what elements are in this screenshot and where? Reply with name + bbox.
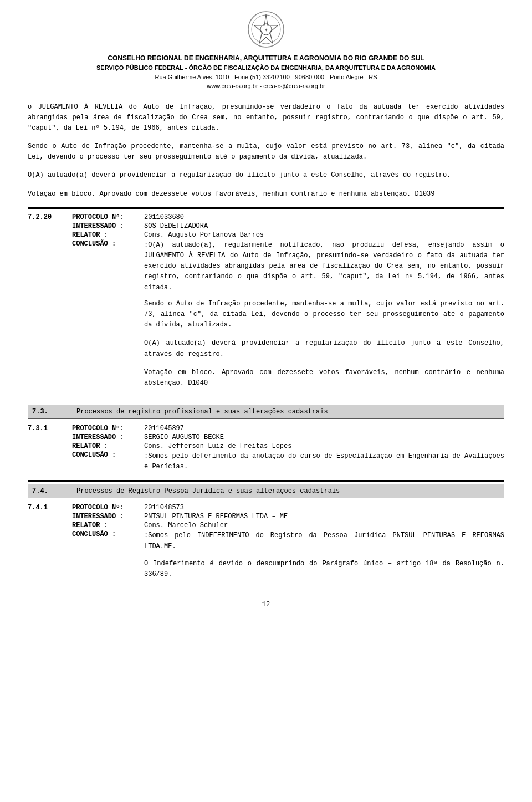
section-7-4-1-number: 7.4.1 bbox=[28, 504, 72, 512]
relator-row-741: RELATOR : Cons. Marcelo Schuler bbox=[72, 522, 504, 529]
main-content: o JULGAMENTO À REVELIA do Auto de Infraç… bbox=[0, 96, 532, 631]
section-7-3-number: 7.3. bbox=[32, 408, 76, 416]
section-741-para2: O Indeferimento é devido o descumprindo … bbox=[72, 559, 504, 580]
intro-para3: O(A) autuado(a) deverá providenciar a re… bbox=[28, 170, 504, 181]
protocol-row-741: PROTOCOLO Nº: 2011048573 bbox=[72, 504, 504, 512]
relator-value-731: Cons. Jefferson Luiz de Freitas Lopes bbox=[144, 442, 504, 450]
page-header: ✦ CONSELHO REGIONAL DE ENGENHARIA, ARQUI… bbox=[0, 0, 532, 96]
interessado-value-731: SERGIO AUGUSTO BECKE bbox=[144, 433, 504, 441]
svg-text:✦: ✦ bbox=[264, 28, 268, 33]
section-7-3-header: 7.3. Processos de registro profissional … bbox=[28, 405, 504, 419]
conclusao-text-7220: :O(A) autuado(a), regularmente notificad… bbox=[144, 240, 504, 293]
interessado-row-741: INTERESSADO : PNTSUL PINTURAS E REFORMAS… bbox=[72, 513, 504, 520]
section-7-4-row: 7.4. Processos de Registro Pessoa Jurídi… bbox=[32, 487, 500, 495]
section-7-3-1-number: 7.3.1 bbox=[28, 425, 72, 432]
conclusao-row-7220: CONCLUSÃO : :O(A) autuado(a), regularmen… bbox=[72, 240, 504, 293]
intro-para1: o JULGAMENTO À REVELIA do Auto de Infraç… bbox=[28, 102, 504, 134]
page: ✦ CONSELHO REGIONAL DE ENGENHARIA, ARQUI… bbox=[0, 0, 532, 802]
protocol-value-7220: 2011033680 bbox=[144, 213, 504, 221]
relator-label-731: RELATOR : bbox=[72, 442, 144, 450]
protocol-row-731: PROTOCOLO Nº: 2011045897 bbox=[72, 425, 504, 432]
conclusao-label-741: CONCLUSÃO : bbox=[72, 530, 144, 538]
interessado-label: INTERESSADO : bbox=[72, 222, 144, 230]
double-divider-3 bbox=[28, 480, 504, 482]
relator-label: RELATOR : bbox=[72, 231, 144, 239]
protocol-value-731: 2011045897 bbox=[144, 425, 504, 432]
section-7220-para2: Sendo o Auto de Infração procedente, man… bbox=[72, 299, 504, 331]
page-number: 12 bbox=[28, 601, 504, 620]
conclusao-label-731: CONCLUSÃO : bbox=[72, 451, 144, 459]
section-7-3-1: 7.3.1 PROTOCOLO Nº: 2011045897 INTERESSA… bbox=[28, 422, 504, 476]
org-address: Rua Guilherme Alves, 1010 - Fone (51) 33… bbox=[22, 73, 510, 82]
interessado-value-7220: SOS DEDETIZADORA bbox=[144, 222, 504, 230]
section-7-4-1-content: PROTOCOLO Nº: 2011048573 INTERESSADO : P… bbox=[72, 504, 504, 588]
section-7-4-title: Processos de Registro Pessoa Jurídica e … bbox=[76, 487, 500, 495]
section-7-2-20-content: PROTOCOLO Nº: 2011033680 INTERESSADO : S… bbox=[72, 213, 504, 396]
conclusao-row-731: CONCLUSÃO : :Somos pelo deferimento da a… bbox=[72, 451, 504, 472]
interessado-row-7220: INTERESSADO : SOS DEDETIZADORA bbox=[72, 222, 504, 230]
relator-row-731: RELATOR : Cons. Jefferson Luiz de Freita… bbox=[72, 442, 504, 450]
section-7-3-1-content: PROTOCOLO Nº: 2011045897 INTERESSADO : S… bbox=[72, 425, 504, 473]
org-main-title: CONSELHO REGIONAL DE ENGENHARIA, ARQUITE… bbox=[22, 53, 510, 63]
protocol-label: PROTOCOLO Nº: bbox=[72, 213, 144, 221]
section-7220-para3: O(A) autuado(a) deverá providenciar a re… bbox=[72, 338, 504, 359]
protocol-label-731: PROTOCOLO Nº: bbox=[72, 425, 144, 432]
section-7-2-20-number: 7.2.20 bbox=[28, 213, 72, 221]
section-7-4-header: 7.4. Processos de Registro Pessoa Jurídi… bbox=[28, 484, 504, 498]
conclusao-row-741: CONCLUSÃO : :Somos pelo INDEFERIMENTO do… bbox=[72, 530, 504, 551]
protocol-value-741: 2011048573 bbox=[144, 504, 504, 512]
protocol-row-7220: PROTOCOLO Nº: 2011033680 bbox=[72, 213, 504, 221]
section-7-4-1: 7.4.1 PROTOCOLO Nº: 2011048573 INTERESSA… bbox=[28, 502, 504, 590]
intro-para2: Sendo o Auto de Infração procedente, man… bbox=[28, 141, 504, 162]
conclusao-text-741: :Somos pelo INDEFERIMENTO do Registro da… bbox=[144, 530, 504, 551]
interessado-label-731: INTERESSADO : bbox=[72, 433, 144, 441]
interessado-label-741: INTERESSADO : bbox=[72, 513, 144, 520]
section-7-3-title: Processos de registro profissional e sua… bbox=[76, 408, 500, 416]
section-7-2-20: 7.2.20 PROTOCOLO Nº: 2011033680 INTERESS… bbox=[28, 211, 504, 399]
relator-value-741: Cons. Marcelo Schuler bbox=[144, 522, 504, 529]
org-subtitle: SERVIÇO PÚBLICO FEDERAL - ÓRGÃO DE FISCA… bbox=[22, 63, 510, 73]
intro-para4: Votação em bloco. Aprovado com dezessete… bbox=[28, 189, 504, 200]
relator-value-7220: Cons. Augusto Portanova Barros bbox=[144, 231, 504, 239]
section-7220-para4: Votação em bloco. Aprovado com dezessete… bbox=[72, 367, 504, 389]
relator-label-741: RELATOR : bbox=[72, 522, 144, 529]
double-divider-1 bbox=[28, 207, 504, 209]
section-7-3-row: 7.3. Processos de registro profissional … bbox=[32, 408, 500, 416]
conclusao-text-731: :Somos pelo deferimento da anotação do c… bbox=[144, 451, 504, 472]
interessado-row-731: INTERESSADO : SERGIO AUGUSTO BECKE bbox=[72, 433, 504, 441]
org-website: www.crea-rs.org.br - crea-rs@crea-rs.org… bbox=[22, 81, 510, 91]
relator-row-7220: RELATOR : Cons. Augusto Portanova Barros bbox=[72, 231, 504, 239]
logo: ✦ bbox=[247, 10, 285, 49]
conclusao-label-7220: CONCLUSÃO : bbox=[72, 240, 144, 248]
interessado-value-741: PNTSUL PINTURAS E REFORMAS LTDA – ME bbox=[144, 513, 504, 520]
protocol-label-741: PROTOCOLO Nº: bbox=[72, 504, 144, 512]
double-divider-2 bbox=[28, 401, 504, 402]
section-7-4-number: 7.4. bbox=[32, 487, 76, 495]
